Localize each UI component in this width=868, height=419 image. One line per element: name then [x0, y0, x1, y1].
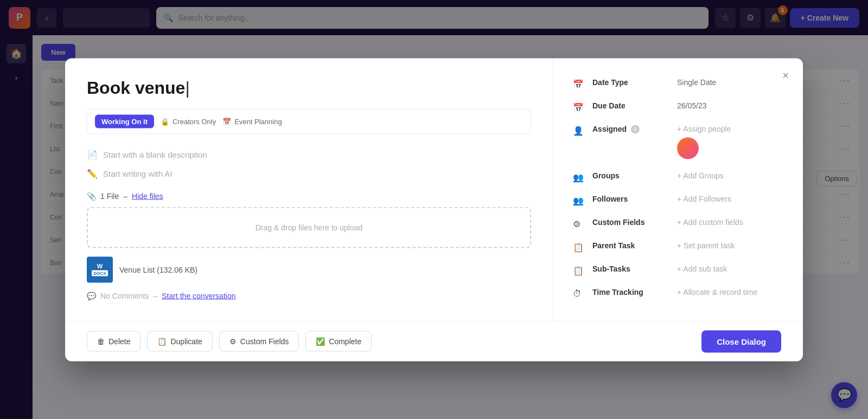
time-tracking-label: Time Tracking: [592, 287, 668, 296]
calendar-icon: 📅: [222, 117, 231, 125]
groups-icon: 👥: [573, 172, 584, 182]
add-groups-link[interactable]: + Add Groups: [677, 171, 724, 179]
creators-label: Creators Only: [173, 117, 216, 125]
sub-tasks-label: Sub-Tasks: [592, 264, 668, 273]
delete-button[interactable]: 🗑 Delete: [87, 331, 141, 352]
dropzone-text: Drag & drop files here to upload: [256, 223, 363, 231]
meta-tag-event[interactable]: 📅 Event Planning: [222, 117, 282, 125]
duplicate-button[interactable]: 📋 Duplicate: [147, 331, 212, 352]
add-custom-fields-link[interactable]: + Add custom fields: [677, 217, 743, 226]
files-header: 📎 1 File – Hide files: [87, 191, 531, 200]
comments-section: 💬 No Comments – Start the conversation: [87, 291, 531, 300]
due-date-label: Due Date: [592, 101, 668, 109]
custom-fields-label: Custom Fields: [592, 217, 668, 226]
due-date-value[interactable]: 26/05/23: [677, 101, 707, 109]
complete-label: Complete: [329, 337, 361, 346]
assigned-row: 👤 Assigned i + Assign people: [573, 124, 783, 159]
meta-tag-creators[interactable]: 🔒 Creators Only: [161, 117, 216, 125]
start-conversation-link[interactable]: Start the conversation: [162, 291, 235, 300]
dash-separator: –: [123, 191, 127, 200]
delete-label: Delete: [108, 337, 130, 346]
followers-icon: 👥: [573, 195, 584, 205]
drop-zone[interactable]: Drag & drop files here to upload: [87, 207, 531, 248]
lock-icon: 🔒: [161, 117, 169, 125]
followers-row: 👥 Followers + Add Followers: [573, 194, 783, 205]
assigned-label: Assigned i: [592, 124, 668, 133]
hide-files-link[interactable]: Hide files: [132, 191, 163, 200]
add-sub-task-link[interactable]: + Add sub task: [677, 264, 727, 273]
delete-icon: 🗑: [97, 337, 105, 346]
complete-button[interactable]: ✅ Complete: [305, 331, 372, 352]
file-name[interactable]: Venue List (132.06 KB): [119, 265, 197, 274]
file-icon-small: 📎: [87, 191, 96, 200]
parent-task-label: Parent Task: [592, 241, 668, 249]
followers-label: Followers: [592, 194, 668, 203]
task-meta-bar: Working On It 🔒 Creators Only 📅 Event Pl…: [87, 108, 531, 134]
duplicate-icon: 📋: [157, 337, 167, 346]
assignee-avatar: [677, 137, 699, 159]
parent-task-icon: 📋: [573, 242, 584, 252]
time-tracking-icon: ⏱: [573, 288, 584, 298]
task-modal: × Book venue Working On It 🔒 Creators On…: [65, 58, 803, 361]
add-followers-link[interactable]: + Add Followers: [677, 194, 731, 203]
status-badge[interactable]: Working On It: [95, 114, 154, 128]
blank-desc-icon: 📄: [87, 149, 98, 159]
complete-icon: ✅: [316, 337, 325, 346]
sub-tasks-row: 📋 Sub-Tasks + Add sub task: [573, 264, 783, 275]
calendar-detail-icon: 📅: [573, 79, 584, 89]
groups-row: 👥 Groups + Add Groups: [573, 171, 783, 182]
blank-desc-label: Start with a blank description: [103, 150, 207, 159]
sub-tasks-icon: 📋: [573, 265, 584, 275]
due-date-row: 📅 Due Date 26/05/23: [573, 101, 783, 112]
due-date-icon: 📅: [573, 102, 584, 112]
docx-label: DOCX: [92, 270, 107, 276]
no-comments-label: No Comments: [100, 291, 149, 300]
task-title[interactable]: Book venue: [87, 78, 531, 98]
ai-writing-option[interactable]: ✏️ Start writing with AI: [87, 166, 531, 181]
modal-body: Book venue Working On It 🔒 Creators Only…: [65, 58, 803, 321]
date-type-label: Date Type: [592, 78, 668, 86]
ai-icon: ✏️: [87, 168, 98, 178]
parent-task-row: 📋 Parent Task + Set parent task: [573, 241, 783, 252]
files-section: 📎 1 File – Hide files Drag & drop files …: [87, 191, 531, 282]
assigned-area: + Assign people: [677, 124, 731, 159]
close-dialog-button[interactable]: Close Dialog: [701, 330, 781, 352]
comment-icon: 💬: [87, 291, 96, 300]
dash-separator: –: [153, 291, 157, 300]
date-type-value[interactable]: Single Date: [677, 78, 716, 86]
description-options: 📄 Start with a blank description ✏️ Star…: [87, 147, 531, 181]
custom-fields-footer-button[interactable]: ⚙ Custom Fields: [219, 331, 299, 352]
date-type-row: 📅 Date Type Single Date: [573, 78, 783, 89]
time-tracking-row: ⏱ Time Tracking + Allocate & record time: [573, 287, 783, 298]
custom-fields-footer-label: Custom Fields: [240, 337, 289, 346]
modal-right-panel: 📅 Date Type Single Date 📅 Due Date 26/05…: [553, 58, 803, 321]
duplicate-label: Duplicate: [170, 337, 202, 346]
custom-fields-icon: ⚙: [573, 218, 584, 229]
set-parent-task-link[interactable]: + Set parent task: [677, 241, 735, 249]
modal-close-button[interactable]: ×: [777, 67, 794, 84]
assign-people-link[interactable]: + Assign people: [677, 124, 731, 133]
modal-footer: 🗑 Delete 📋 Duplicate ⚙ Custom Fields ✅ C…: [65, 321, 803, 361]
event-label: Event Planning: [234, 117, 282, 125]
file-item: W DOCX Venue List (132.06 KB): [87, 256, 531, 282]
ai-label: Start writing with AI: [103, 169, 173, 178]
groups-label: Groups: [592, 171, 668, 179]
info-icon: i: [631, 125, 640, 133]
custom-fields-row: ⚙ Custom Fields + Add custom fields: [573, 217, 783, 229]
custom-fields-footer-icon: ⚙: [229, 337, 237, 346]
file-count: 1 File: [100, 191, 119, 200]
footer-left: 🗑 Delete 📋 Duplicate ⚙ Custom Fields ✅ C…: [87, 331, 372, 352]
modal-left-panel: Book venue Working On It 🔒 Creators Only…: [65, 58, 553, 321]
allocate-time-link[interactable]: + Allocate & record time: [677, 287, 757, 296]
file-type-icon: W DOCX: [87, 256, 113, 282]
assigned-icon: 👤: [573, 125, 584, 136]
blank-description-option[interactable]: 📄 Start with a blank description: [87, 147, 531, 162]
